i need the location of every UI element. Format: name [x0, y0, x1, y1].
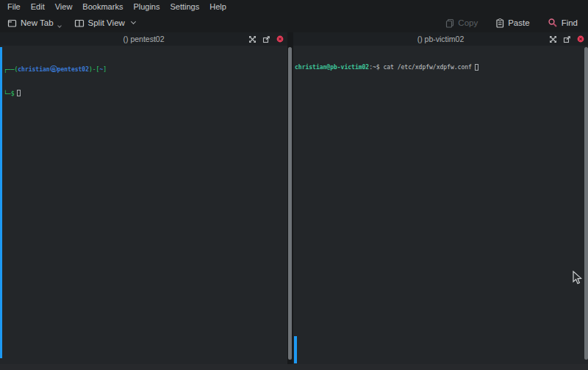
find-button[interactable]: Find: [545, 16, 581, 29]
menu-edit[interactable]: Edit: [26, 0, 50, 13]
new-tab-icon: [7, 18, 17, 28]
paste-button[interactable]: Paste: [492, 17, 532, 29]
detach-view-icon[interactable]: [563, 35, 571, 43]
copy-label: Copy: [458, 18, 478, 27]
maximize-view-icon[interactable]: [549, 35, 557, 43]
terminal-pane-pb-victim02: () pb-victim02 christian@pb-victim02:~$ …: [293, 32, 588, 370]
prompt-line-2: └─$: [4, 90, 287, 98]
menu-help[interactable]: Help: [204, 0, 232, 13]
pane-splitter[interactable]: [287, 32, 293, 370]
new-tab-label: New Tab: [21, 18, 54, 27]
konsole-window: File Edit View Bookmarks Plugins Setting…: [0, 0, 588, 370]
split-view-icon: [74, 18, 85, 28]
terminal-screen-pentest02[interactable]: ┌──(christian㉿pentest02)-[~] └─$: [0, 46, 287, 370]
new-tab-button[interactable]: New Tab: [4, 17, 64, 29]
close-view-button[interactable]: [276, 35, 284, 43]
left-pane-header-icons: [248, 32, 284, 46]
split-view-label: Split View: [88, 18, 125, 27]
detach-view-icon[interactable]: [262, 35, 270, 43]
paste-icon: [495, 18, 504, 28]
right-pane-scroll-indicator[interactable]: [294, 336, 297, 363]
chevron-down-icon: [57, 24, 62, 28]
menu-settings[interactable]: Settings: [165, 0, 204, 13]
terminal-cursor: [17, 90, 21, 96]
kali-symbol: ㉿: [50, 65, 57, 72]
mouse-cursor: [572, 271, 583, 288]
split-container: () pentest02 ┌──(christian㉿pentest02)-[~…: [0, 32, 588, 370]
copy-button[interactable]: Copy: [442, 17, 481, 29]
toolbar-right-group: Copy Paste Find: [442, 16, 581, 29]
right-pane-header[interactable]: () pb-victim02: [293, 32, 588, 46]
right-pane-header-icons: [549, 32, 584, 46]
terminal-pane-pentest02: () pentest02 ┌──(christian㉿pentest02)-[~…: [0, 32, 287, 370]
maximize-view-icon[interactable]: [248, 35, 257, 43]
menu-bar: File Edit View Bookmarks Plugins Setting…: [0, 0, 588, 13]
menu-bookmarks[interactable]: Bookmarks: [77, 0, 128, 13]
left-pane-header[interactable]: () pentest02: [0, 32, 287, 46]
left-pane-scroll-indicator[interactable]: [0, 47, 2, 358]
menu-file[interactable]: File: [2, 0, 26, 13]
paste-label: Paste: [508, 18, 529, 27]
splitter-handle[interactable]: [288, 47, 292, 360]
terminal-cursor: [475, 64, 478, 71]
command-line: christian@pb-victim02:~$ cat /etc/xdpfw/…: [295, 63, 588, 71]
terminal-screen-pb-victim02[interactable]: christian@pb-victim02:~$ cat /etc/xdpfw/…: [293, 46, 588, 370]
copy-icon: [445, 18, 454, 28]
menu-plugins[interactable]: Plugins: [128, 0, 165, 13]
right-pane-title: () pb-victim02: [417, 35, 465, 43]
find-icon: [548, 18, 558, 28]
bottom-strip: [0, 364, 588, 370]
left-pane-title: () pentest02: [123, 35, 164, 43]
prompt-line-1: ┌──(christian㉿pentest02)-[~]: [4, 65, 287, 74]
close-view-button[interactable]: [577, 35, 584, 43]
find-label: Find: [562, 18, 578, 27]
menu-view[interactable]: View: [50, 0, 78, 13]
right-pane-scrollbar[interactable]: [584, 47, 588, 360]
chevron-down-icon: [131, 19, 136, 24]
toolbar-left-group: New Tab Split View: [4, 17, 138, 29]
split-view-button[interactable]: Split View: [71, 17, 138, 29]
toolbar: New Tab Split View Copy: [0, 13, 588, 32]
